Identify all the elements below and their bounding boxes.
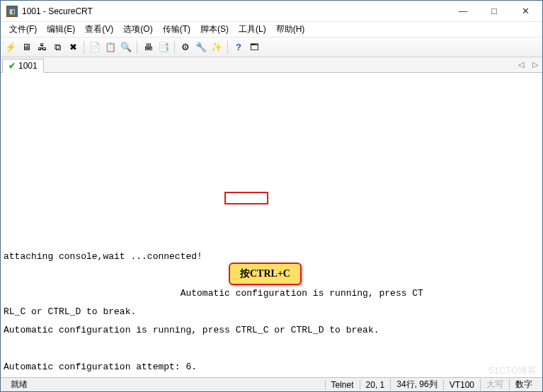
- new-session-icon[interactable]: ✖: [66, 40, 80, 54]
- copy-icon[interactable]: 📄: [88, 40, 102, 54]
- tab-label: 1001: [18, 61, 38, 71]
- menu-file[interactable]: 文件(F): [5, 22, 41, 37]
- status-cursor-pos: 20, 1: [360, 380, 391, 390]
- toolbar-separator: [174, 41, 175, 54]
- minimize-button[interactable]: —: [447, 1, 479, 21]
- toolbar-separator: [137, 41, 137, 54]
- title-bar: ◧ 1001 - SecureCRT — □ ✕: [1, 1, 542, 22]
- connected-check-icon: ✔: [8, 61, 16, 71]
- find-icon[interactable]: 🔍: [119, 40, 133, 54]
- tab-bar: ✔ 1001 ◁ ▷: [1, 57, 542, 73]
- window-controls: — □ ✕: [447, 1, 541, 21]
- quick-connect-icon[interactable]: ⚡: [4, 40, 18, 54]
- close-button[interactable]: ✕: [510, 1, 541, 21]
- menu-transfer[interactable]: 传输(T): [159, 22, 195, 37]
- reconnect-icon[interactable]: 🖧: [35, 40, 49, 54]
- window-title: 1001 - SecureCRT: [22, 6, 447, 16]
- keymap-icon[interactable]: 🔧: [194, 40, 208, 54]
- toolbar-separator: [227, 41, 228, 54]
- help-icon[interactable]: ?: [232, 40, 246, 54]
- terminal-line: [4, 344, 539, 353]
- menu-script[interactable]: 脚本(S): [196, 22, 233, 37]
- status-emulation: VT100: [443, 380, 480, 390]
- status-caps: 大写: [480, 379, 509, 391]
- disconnect-icon[interactable]: ⧉: [50, 40, 64, 54]
- terminal-line: Automatic configuration attempt: 6.: [4, 362, 539, 371]
- terminal-line: attaching console,wait ...connected!: [4, 252, 539, 261]
- menu-bar: 文件(F) 编辑(E) 查看(V) 选项(O) 传输(T) 脚本(S) 工具(L…: [1, 22, 542, 38]
- callout-text: 按CTRL+C: [240, 268, 290, 279]
- annotation-callout: 按CTRL+C: [229, 263, 302, 285]
- status-num: 数字: [509, 379, 538, 391]
- connect-icon[interactable]: 🖥: [19, 40, 33, 54]
- properties-icon[interactable]: ✨: [210, 40, 224, 54]
- app-icon: ◧: [6, 6, 18, 17]
- tab-prev-icon[interactable]: ◁: [514, 60, 528, 69]
- print-icon[interactable]: 🖶: [141, 40, 155, 54]
- terminal-line: RL_C or CTRL_D to break.: [4, 307, 539, 316]
- session-tab[interactable]: ✔ 1001: [2, 59, 44, 73]
- maximize-button[interactable]: □: [479, 1, 510, 21]
- menu-options[interactable]: 选项(O): [119, 22, 156, 37]
- toolbar: ⚡ 🖥 🖧 ⧉ ✖ 📄 📋 🔍 🖶 📑 ⚙ 🔧 ✨ ? 🗔: [1, 38, 542, 57]
- terminal-line: Automatic configuration is running, pres…: [4, 325, 539, 335]
- session-options-icon[interactable]: ⚙: [178, 40, 193, 54]
- terminal-pane[interactable]: attaching console,wait ...connected! Aut…: [1, 73, 542, 377]
- status-bar: 就绪 Telnet 20, 1 34行, 96列 VT100 大写 数字: [1, 377, 542, 391]
- about-icon[interactable]: 🗔: [247, 40, 261, 54]
- toolbar-separator: [84, 41, 84, 54]
- menu-edit[interactable]: 编辑(E): [42, 22, 79, 37]
- status-ready: 就绪: [5, 379, 33, 391]
- menu-help[interactable]: 帮助(H): [272, 22, 309, 37]
- paste-icon[interactable]: 📋: [103, 40, 118, 54]
- menu-tools[interactable]: 工具(L): [234, 22, 270, 37]
- terminal-line: Automatic configuration is running, pres…: [4, 289, 539, 298]
- status-size: 34行, 96列: [390, 379, 442, 391]
- menu-view[interactable]: 查看(V): [81, 22, 118, 37]
- log-icon[interactable]: 📑: [156, 40, 171, 54]
- status-protocol: Telnet: [325, 380, 360, 390]
- tab-next-icon[interactable]: ▷: [528, 60, 542, 69]
